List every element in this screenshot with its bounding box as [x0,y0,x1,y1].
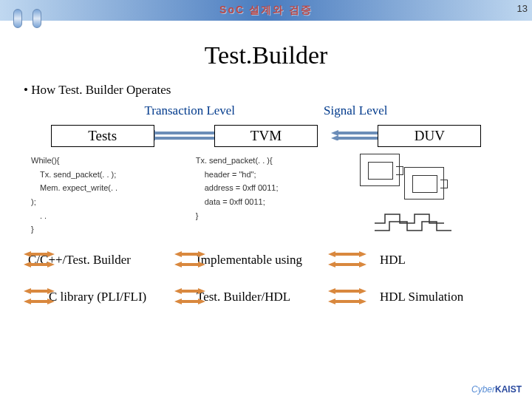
svg-marker-23 [198,262,205,267]
level-labels: Transaction Level Signal Level [0,103,532,118]
header-title: SoC 설계와 검증 [219,4,313,17]
svg-marker-37 [174,288,182,294]
code-line: . . [31,209,183,223]
svg-marker-41 [198,299,205,304]
svg-marker-46 [328,299,335,304]
svg-marker-22 [174,262,182,267]
tvm-code: Tx. send_packet(. . ){ header = "hd"; ad… [196,154,347,236]
chip-icon [404,167,444,200]
svg-marker-38 [198,288,205,294]
bidirectional-arrow-icon [174,248,205,272]
svg-marker-34 [24,299,31,304]
transaction-level-label: Transaction Level [144,103,235,118]
bidirectional-arrow-icon [328,248,366,272]
svg-marker-13 [24,251,31,257]
code-line: While(){ [31,154,183,168]
chip-inner-icon [368,162,393,180]
bidirectional-arrow-icon [174,285,205,309]
svg-marker-10 [331,135,338,140]
bullet-point: How Test. Builder Operates [24,83,532,98]
boxes-row: Tests TVM DUV [21,121,511,151]
bidirectional-arrow-icon [328,285,366,309]
tests-box: Tests [51,125,154,147]
svg-marker-43 [328,288,335,294]
logo-main: KAIST [495,384,522,395]
svg-marker-31 [24,288,31,294]
code-row: While(){ Tx. send_packet(. . ); Mem. exp… [21,154,511,236]
svg-marker-14 [47,251,55,257]
code-line: } [196,209,347,223]
code-line: header = "hd"; [196,168,347,182]
code-line: ); [31,195,183,209]
duv-graphic [360,154,511,235]
svg-marker-40 [174,299,182,304]
svg-marker-35 [47,299,55,304]
tb-hdl-label: Test. Builder/HDL [197,290,344,304]
svg-marker-44 [359,288,366,294]
svg-marker-29 [359,262,366,267]
tests-code: While(){ Tx. send_packet(. . ); Mem. exp… [31,154,183,236]
svg-marker-28 [328,262,335,267]
duv-box: DUV [378,125,481,147]
pill-icon [33,9,41,28]
chip-notch-icon [396,166,403,175]
code-line: Tx. send_packet(. . ){ [196,154,347,168]
svg-marker-19 [174,251,182,257]
code-line: Tx. send_packet(. . ); [31,168,183,182]
logo-prefix: Cyber [471,384,495,395]
hdl-sim-label: HDL Simulation [365,290,498,304]
bottom-grid: C/C++/Test. Builder Implementable using … [28,244,510,313]
code-line: Mem. expect_write(. . [31,181,183,195]
svg-marker-20 [198,251,205,257]
code-line: } [31,222,183,236]
chip-notch-icon [440,180,448,188]
slide-header: SoC 설계와 검증 13 [0,0,532,21]
signal-level-label: Signal Level [324,103,387,118]
implementable-label: Implementable using [197,253,344,267]
pill-icon [13,9,22,28]
svg-marker-47 [359,299,366,304]
svg-marker-32 [47,288,55,294]
bidirectional-arrow-icon [24,285,55,309]
chip-inner-icon [412,175,437,193]
svg-marker-17 [47,262,55,267]
svg-marker-16 [24,262,31,267]
waveform-icon [375,210,471,232]
svg-marker-26 [359,251,366,257]
slide-title: Test.Builder [0,41,532,69]
svg-marker-25 [328,251,335,257]
code-line: address = 0xff 0011; [196,181,347,195]
footer-logo: CyberKAIST [471,384,522,395]
page-number: 13 [517,3,528,14]
decoration-pills [13,9,41,28]
svg-marker-7 [331,130,338,136]
tvm-box: TVM [214,125,318,147]
hdl-label: HDL [365,253,498,267]
bidirectional-arrow-icon [24,248,55,272]
code-line: data = 0xff 0011; [196,195,347,209]
chip-icon [360,154,400,186]
